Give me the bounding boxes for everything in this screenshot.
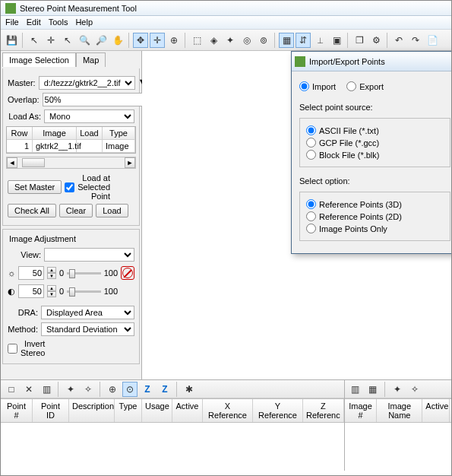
table-row[interactable]: 1 gktrk2__1.tif Image (7, 140, 135, 153)
col-pointnum[interactable]: Point # (1, 399, 33, 422)
imgonly-radio[interactable]: Image Points Only (306, 224, 444, 233)
col-type[interactable]: Type (103, 127, 135, 140)
window-icon[interactable]: ▣ (329, 33, 344, 48)
br-icon-3[interactable]: ✦ (390, 382, 405, 397)
ruler-icon[interactable]: ⇵ (296, 33, 311, 48)
menu-file[interactable]: File (5, 17, 19, 27)
zoom-in-icon[interactable]: 🔍 (77, 33, 92, 48)
method-label: Method: (8, 325, 38, 334)
pointer-icon[interactable]: ↖ (27, 33, 42, 48)
import-radio[interactable]: Import (299, 81, 336, 91)
col-desc[interactable]: Description (69, 399, 115, 422)
bt-icon-8[interactable]: ✱ (182, 382, 197, 397)
brightness-slider[interactable] (67, 272, 100, 274)
set-master-button[interactable]: Set Master (8, 180, 62, 194)
doc-icon[interactable]: 📄 (425, 33, 440, 48)
config-icon[interactable]: ⚙ (368, 33, 384, 48)
undo-icon[interactable]: ↶ (391, 33, 406, 48)
grid-hscroll[interactable]: ◄ ► (6, 157, 136, 169)
bt-icon-7[interactable]: ⊙ (122, 382, 137, 397)
brightness-value[interactable]: 50 (18, 266, 44, 280)
col-imgactive[interactable]: Active (422, 399, 450, 422)
br-icon-2[interactable]: ▦ (365, 382, 381, 397)
images-grid-body[interactable] (345, 422, 452, 471)
redo-icon[interactable]: ↷ (408, 33, 423, 48)
point-b-icon[interactable]: ◈ (206, 33, 221, 48)
ref3d-radio[interactable]: Reference Points (3D) (306, 199, 444, 209)
reset-button[interactable] (121, 266, 134, 280)
load-button[interactable]: Load (96, 204, 128, 217)
clear-button[interactable]: Clear (59, 204, 93, 217)
dra-select[interactable]: Displayed Area (41, 306, 134, 319)
save-icon[interactable]: 💾 (4, 33, 19, 48)
col-xref[interactable]: X Reference (203, 399, 253, 422)
bt-icon-1[interactable]: □ (4, 382, 19, 397)
ref2d-radio[interactable]: Reference Points (2D) (306, 211, 444, 221)
bt-z2-icon[interactable]: Z (157, 382, 172, 397)
col-load[interactable]: Load (77, 127, 103, 140)
scroll-right-icon[interactable]: ► (125, 157, 135, 168)
col-image[interactable]: Image (33, 127, 77, 140)
br-icon-1[interactable]: ▥ (348, 382, 363, 397)
arrow-cursor-icon[interactable]: ↖ (60, 33, 75, 48)
scroll-thumb[interactable] (22, 158, 45, 167)
col-row[interactable]: Row (7, 127, 33, 140)
col-zref[interactable]: Z Referenc (303, 399, 344, 422)
target-icon[interactable]: ⊕ (166, 33, 182, 48)
method-select[interactable]: Standard Deviation (41, 322, 134, 336)
col-ptype[interactable]: Type (115, 399, 142, 422)
bt-icon-2[interactable]: ✕ (21, 382, 36, 397)
layers-icon[interactable]: ❐ (352, 33, 367, 48)
menu-tools[interactable]: Tools (49, 17, 68, 27)
pan-icon[interactable]: ✋ (110, 33, 125, 48)
invert-stereo-checkbox[interactable]: Invert Stereo (8, 339, 41, 357)
scroll-left-icon[interactable]: ◄ (7, 157, 17, 168)
contrast-spin[interactable]: ▲▼ (47, 285, 56, 297)
angles-icon[interactable]: ⟂ (312, 33, 327, 48)
col-usage[interactable]: Usage (142, 399, 172, 422)
dialog-titlebar[interactable]: Import/Export Points X (292, 52, 452, 71)
menu-help[interactable]: Help (75, 17, 93, 27)
ascii-radio[interactable]: ASCII File (*.txt) (306, 125, 444, 135)
view-select[interactable] (44, 248, 134, 262)
bt-icon-3[interactable]: ▥ (39, 382, 54, 397)
brightness-spin[interactable]: ▲▼ (47, 267, 56, 279)
col-imgname[interactable]: Image Name (377, 399, 422, 422)
master-select[interactable]: d:/tezzz/gktrk2__2.tif (39, 76, 135, 90)
contrast-value[interactable]: 50 (18, 284, 44, 298)
col-pointid[interactable]: Point ID (33, 399, 69, 422)
overlap-input[interactable] (43, 93, 152, 106)
image-grid[interactable]: Row Image Load Type 1 gktrk2__1.tif Imag… (6, 126, 136, 154)
loadas-select[interactable]: Mono (44, 109, 134, 123)
col-active[interactable]: Active (172, 399, 203, 422)
app-icon (5, 3, 16, 14)
col-imgnum[interactable]: Image # (345, 399, 378, 422)
crosshair-icon[interactable]: ✛ (150, 33, 165, 48)
point-e-icon[interactable]: ⊚ (256, 33, 271, 48)
bt-icon-5[interactable]: ✧ (81, 382, 96, 397)
move-icon[interactable]: ✥ (133, 33, 148, 48)
br-icon-4[interactable]: ✧ (407, 382, 422, 397)
tab-image-selection[interactable]: Image Selection (2, 52, 76, 67)
arrow-plus-icon[interactable]: ✛ (43, 33, 58, 48)
point-a-icon[interactable]: ⬚ (189, 33, 204, 48)
tab-map[interactable]: Map (76, 52, 106, 67)
contrast-slider[interactable] (67, 290, 101, 293)
export-radio[interactable]: Export (346, 81, 384, 91)
bt-z1-icon[interactable]: Z (140, 382, 155, 397)
points-grid-body[interactable] (1, 422, 344, 471)
point-c-icon[interactable]: ✦ (223, 33, 238, 48)
check-all-button[interactable]: Check All (8, 204, 56, 217)
grid-icon[interactable]: ▦ (279, 33, 294, 48)
bt-icon-4[interactable]: ✦ (63, 382, 78, 397)
menubar: File Edit Tools Help (1, 16, 451, 30)
col-yref[interactable]: Y Reference (253, 399, 303, 422)
load-at-selected-checkbox[interactable]: Load at Selected Point (65, 173, 98, 201)
block-radio[interactable]: Block File (*.blk) (306, 150, 444, 160)
bt-icon-6[interactable]: ⊕ (105, 382, 120, 397)
point-d-icon[interactable]: ◎ (239, 33, 254, 48)
viewport[interactable]: Import/Export Points X Import Export Sel… (142, 51, 451, 379)
menu-edit[interactable]: Edit (27, 17, 41, 27)
zoom-out-icon[interactable]: 🔎 (93, 33, 109, 48)
gcp-radio[interactable]: GCP File (*.gcc) (306, 138, 444, 148)
